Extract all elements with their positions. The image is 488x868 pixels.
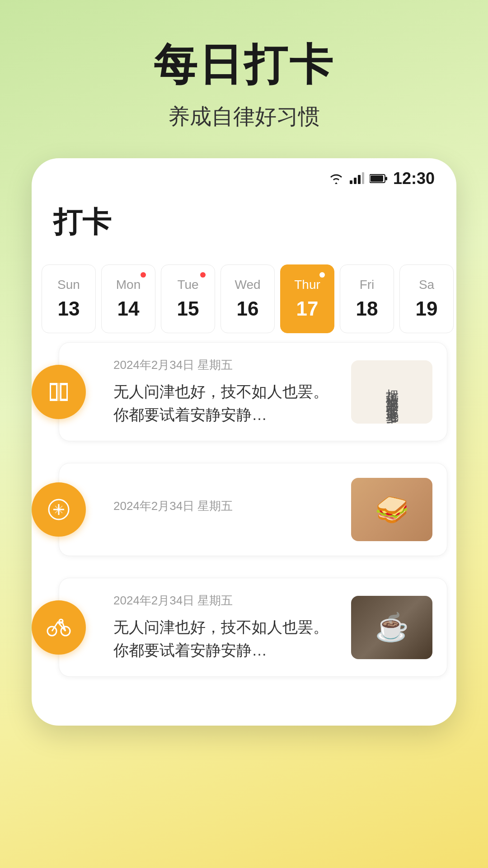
status-bar: 12:30 [32,158,456,193]
calendar-day-number: 18 [356,297,378,320]
calendar-day-name: Sa [419,278,434,292]
cafe-image [351,596,432,659]
svg-rect-1 [354,178,357,184]
card-row-card-3[interactable]: 2024年2月34日 星期五无人问津也好，技不如人也罢。你都要试着安静安静… [41,578,447,677]
wifi-icon [328,172,344,185]
card-row-card-2[interactable]: 2024年2月34日 星期五 [41,463,447,556]
card-content: 2024年2月34日 星期五 [59,463,447,556]
phone-frame: 12:30 打卡 Sun13Mon14Tue15Wed16Thur17Fri18… [32,158,456,726]
calendar-day-name: Mon [116,278,141,292]
card-text: 无人问津也好，技不如人也罢。你都要试着安静安静… [113,616,342,662]
svg-rect-6 [385,177,387,180]
calendar-day-18[interactable]: Fri18 [340,264,394,333]
card-text: 无人问津也好，技不如人也罢。你都要试着安静安静… [113,380,342,426]
signal-icon [350,172,364,185]
calendar-day-name: Thur [294,278,320,292]
calendar-day-15[interactable]: Tue15 [161,264,215,333]
calendar-day-name: Fri [360,278,375,292]
status-time: 12:30 [393,169,435,188]
calendar-day-name: Wed [235,278,260,292]
card-icon-food [32,482,86,537]
cards-section: 2024年2月34日 星期五无人问津也好，技不如人也罢。你都要试着安静安静…把英… [32,342,456,677]
app-title: 打卡 [53,206,111,238]
card-image: 把英雄描说与天中养代源毛多事 [351,360,432,424]
calendar-day-number: 19 [416,297,438,320]
app-title-bar: 打卡 [32,193,456,255]
card-icon-bike [32,600,86,655]
card-text-area: 2024年2月34日 星期五 [113,498,342,521]
calendar-day-number: 15 [177,297,199,320]
card-text-area: 2024年2月34日 星期五无人问津也好，技不如人也罢。你都要试着安静安静… [113,357,342,426]
svg-rect-2 [358,175,361,184]
calendar-day-number: 16 [237,297,259,320]
svg-rect-0 [350,180,352,184]
card-image [351,596,432,659]
calendar-dot [319,272,325,278]
calendar-strip[interactable]: Sun13Mon14Tue15Wed16Thur17Fri18Sa19 [32,255,456,342]
main-title: 每日打卡 [154,36,334,95]
card-date: 2024年2月34日 星期五 [113,593,342,609]
svg-rect-3 [362,172,364,184]
calendar-day-17[interactable]: Thur17 [280,264,334,333]
app-header-section: 每日打卡 养成自律好习惯 [154,36,334,131]
svg-rect-5 [371,175,383,182]
svg-point-10 [59,619,63,623]
calendar-day-14[interactable]: Mon14 [101,264,155,333]
calendar-day-name: Sun [57,278,80,292]
battery-icon [370,173,388,184]
calendar-day-19[interactable]: Sa19 [399,264,454,333]
calendar-day-number: 14 [117,297,140,320]
calendar-dot [200,272,206,278]
calendar-day-number: 13 [58,297,80,320]
card-content: 2024年2月34日 星期五无人问津也好，技不如人也罢。你都要试着安静安静…把英… [59,342,447,441]
calendar-day-16[interactable]: Wed16 [221,264,275,333]
food-image [351,478,432,541]
card-icon-book [32,365,86,419]
card-date: 2024年2月34日 星期五 [113,357,342,373]
calendar-day-13[interactable]: Sun13 [42,264,96,333]
card-content: 2024年2月34日 星期五无人问津也好，技不如人也罢。你都要试着安静安静… [59,578,447,677]
card-image [351,478,432,541]
calendar-day-name: Tue [177,278,198,292]
calendar-day-number: 17 [296,297,319,320]
sub-title: 养成自律好习惯 [154,102,334,131]
card-date: 2024年2月34日 星期五 [113,498,342,514]
card-text-area: 2024年2月34日 星期五无人问津也好，技不如人也罢。你都要试着安静安静… [113,593,342,662]
card-row-card-1[interactable]: 2024年2月34日 星期五无人问津也好，技不如人也罢。你都要试着安静安静…把英… [41,342,447,441]
calendar-dot [141,272,146,278]
calligraphy-image: 把英雄描说与天中养代源毛多事 [351,360,432,424]
